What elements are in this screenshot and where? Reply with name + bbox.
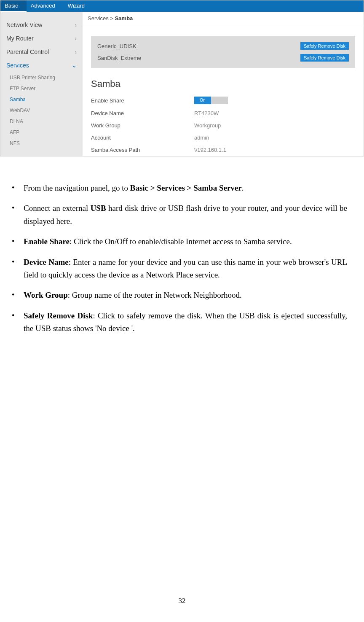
form-label: Samba Access Path — [91, 147, 194, 153]
list-item: Enable Share: Click the On/Off to enable… — [21, 235, 347, 248]
tab-basic[interactable]: Basic — [0, 0, 27, 12]
chevron-down-icon: ⌄ — [72, 62, 77, 69]
form-row-account: Account admin — [91, 132, 355, 144]
device-name: Generic_UDISK — [97, 43, 136, 49]
chevron-right-icon: › — [75, 48, 77, 55]
breadcrumb: Services > Samba — [83, 12, 364, 25]
instruction-list: From the navigation panel, go to Basic >… — [0, 156, 364, 360]
form-label: Account — [91, 135, 194, 141]
enable-share-toggle[interactable]: On — [194, 97, 228, 104]
sidebar-item-label: My Router — [6, 35, 34, 42]
device-list: Generic_UDISK Safely Remove Disk SanDisk… — [91, 36, 355, 68]
device-name-value: RT4230W — [194, 110, 219, 116]
breadcrumb-path: Services > — [88, 15, 113, 22]
tab-advanced[interactable]: Advanced — [27, 0, 64, 12]
router-admin-screenshot: Basic Advanced Wizard Network View › My … — [0, 0, 364, 156]
sidebar-item-label: Parental Control — [6, 48, 49, 55]
chevron-right-icon: › — [75, 35, 77, 42]
subitem-nfs[interactable]: NFS — [10, 138, 83, 149]
samba-path-value: \\192.168.1.1 — [194, 147, 226, 153]
top-tab-bar: Basic Advanced Wizard — [0, 0, 364, 12]
sidebar: Network View › My Router › Parental Cont… — [0, 12, 83, 156]
list-item: Device Name: Enter a name for your devic… — [21, 256, 347, 282]
subitem-usb-printer[interactable]: USB Printer Sharing — [10, 72, 83, 83]
form-label: Enable Share — [91, 97, 194, 104]
subitem-samba[interactable]: Samba — [10, 94, 83, 105]
device-row: Generic_UDISK Safely Remove Disk — [97, 40, 349, 52]
list-item: Work Group: Group name of the router in … — [21, 289, 347, 302]
account-value: admin — [194, 135, 209, 141]
subitem-afp[interactable]: AFP — [10, 127, 83, 138]
sidebar-item-network-view[interactable]: Network View › — [0, 18, 83, 32]
form-label: Work Group — [91, 122, 194, 129]
work-group-value: Workgroup — [194, 122, 221, 129]
safely-remove-button[interactable]: Safely Remove Disk — [300, 54, 349, 62]
safely-remove-button[interactable]: Safely Remove Disk — [300, 42, 349, 50]
device-name: SanDisk_Extreme — [97, 55, 141, 61]
settings-form: Enable Share On Device Name RT4230W Work… — [83, 94, 364, 156]
page-number: 32 — [0, 597, 364, 605]
form-row-enable-share: Enable Share On — [91, 94, 355, 107]
content-panel: Services > Samba Generic_UDISK Safely Re… — [83, 12, 364, 156]
breadcrumb-current: Samba — [115, 15, 133, 22]
form-row-work-group: Work Group Workgroup — [91, 119, 355, 132]
subitem-dlna[interactable]: DLNA — [10, 116, 83, 127]
device-row: SanDisk_Extreme Safely Remove Disk — [97, 52, 349, 64]
sidebar-item-services[interactable]: Services ⌄ — [0, 59, 83, 72]
toggle-off-side — [211, 97, 228, 104]
form-label: Device Name — [91, 110, 194, 116]
form-row-samba-path: Samba Access Path \\192.168.1.1 — [91, 144, 355, 156]
chevron-right-icon: › — [75, 22, 77, 28]
sidebar-item-parental-control[interactable]: Parental Control › — [0, 45, 83, 59]
toggle-on-label: On — [194, 97, 211, 104]
list-item: From the navigation panel, go to Basic >… — [21, 182, 347, 194]
tab-wizard[interactable]: Wizard — [64, 0, 93, 12]
subitem-webdav[interactable]: WebDAV — [10, 105, 83, 116]
sidebar-item-my-router[interactable]: My Router › — [0, 32, 83, 45]
list-item: Connect an external USB hard disk drive … — [21, 202, 347, 228]
form-row-device-name: Device Name RT4230W — [91, 107, 355, 119]
list-item: Safely Remove Disk: Click to safely remo… — [21, 310, 347, 335]
sidebar-item-label: Network View — [6, 22, 42, 28]
sidebar-subitems: USB Printer Sharing FTP Server Samba Web… — [0, 72, 83, 149]
section-title: Samba — [83, 76, 364, 94]
sidebar-item-label: Services — [6, 62, 29, 69]
subitem-ftp-server[interactable]: FTP Server — [10, 83, 83, 94]
